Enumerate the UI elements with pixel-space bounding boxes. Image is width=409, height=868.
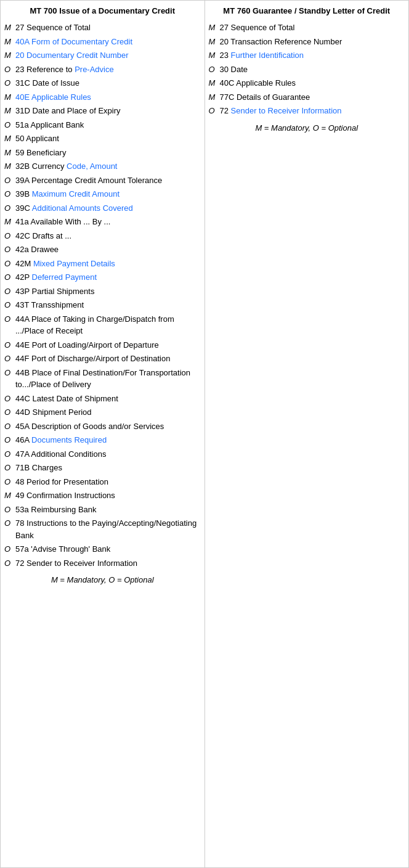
list-item: M41a Available With ... By ... [4,216,201,228]
row-flag: O [4,230,13,242]
row-flag: M [4,147,13,159]
row-content: 44C Latest Date of Shipment [15,393,201,405]
list-item: O47A Additional Conditions [4,448,201,461]
row-content: 32B Currency Code, Amount [15,160,201,173]
row-content: 42M Mixed Payment Details [15,258,201,270]
row-content: 31D Date and Place of Expiry [15,105,201,117]
row-flag: M [209,49,217,62]
list-item: M23 Further Identification [209,49,405,62]
row-content: 46A Documents Required [15,434,201,446]
list-item: O72 Sender to Receiver Information [4,557,201,570]
row-content: 30 Date [220,63,405,76]
row-content: 47A Additional Conditions [15,448,201,461]
row-content: 72 Sender to Receiver Information [15,557,201,570]
list-item: O72 Sender to Receiver Information [209,105,405,117]
row-content: 42P Deferred Payment [15,271,201,284]
list-item: M20 Documentary Credit Number [4,49,201,62]
row-content: 40A Form of Documentary Credit [15,36,201,48]
row-flag: O [4,504,13,516]
row-content: 39A Percentage Credit Amount Tolerance [15,174,201,187]
right-note: M = Mandatory, O = Optional [209,123,405,133]
row-content: 51a Applicant Bank [15,119,201,131]
list-item: O39B Maximum Credit Amount [4,188,201,200]
row-content: 59 Beneficiary [15,147,201,159]
list-item: M59 Beneficiary [4,147,201,159]
row-flag: M [4,216,13,228]
row-flag: O [4,299,13,311]
left-header: MT 700 Issue of a Documentary Credit [4,6,201,17]
list-item: M50 Applicant [4,133,201,145]
row-flag: O [4,258,13,270]
row-content: 45A Description of Goods and/or Services [15,420,201,433]
row-content: 31C Date of Issue [15,77,201,89]
row-flag: O [4,462,13,474]
row-flag: O [4,313,13,326]
row-content: 78 Instructions to the Paying/Accepting/… [15,517,201,541]
row-content: 42C Drafts at ... [15,230,201,242]
row-content: 20 Documentary Credit Number [15,49,201,62]
row-flag: O [4,420,13,433]
row-content: 20 Transaction Reference Number [220,36,405,48]
row-content: 40C Applicable Rules [220,77,405,89]
list-item: O42M Mixed Payment Details [4,258,201,270]
list-item: M40A Form of Documentary Credit [4,36,201,48]
row-flag: O [4,393,13,405]
list-item: M20 Transaction Reference Number [209,36,405,48]
list-item: O45A Description of Goods and/or Service… [4,420,201,433]
list-item: O43P Partial Shipments [4,285,201,298]
row-content: 43P Partial Shipments [15,285,201,298]
row-flag: O [4,434,13,446]
left-column: MT 700 Issue of a Documentary Credit M27… [1,1,205,867]
list-item: O44E Port of Loading/Airport of Departur… [4,339,201,351]
row-content: 50 Applicant [15,133,201,145]
row-flag: O [4,174,13,187]
list-item: O71B Charges [4,462,201,474]
row-content: 44A Place of Taking in Charge/Dispatch f… [15,313,201,337]
row-content: 44F Port of Discharge/Airport of Destina… [15,353,201,365]
list-item: O48 Period for Presentation [4,476,201,488]
list-item: M40E Applicable Rules [4,91,201,104]
list-item: M31D Date and Place of Expiry [4,105,201,117]
list-item: O44B Place of Final Destination/For Tran… [4,367,201,391]
row-content: 27 Sequence of Total [220,22,405,34]
right-note-text: M = Mandatory, O = Optional [255,123,358,133]
row-flag: M [209,91,217,104]
row-content: 77C Details of Guarantee [220,91,405,104]
row-flag: O [4,202,13,215]
row-content: 57a 'Advise Through' Bank [15,543,201,555]
row-flag: O [4,543,13,555]
row-content: 41a Available With ... By ... [15,216,201,228]
row-flag: M [209,36,217,48]
row-flag: O [4,557,13,570]
row-flag: O [4,353,13,365]
row-flag: M [4,489,13,502]
row-content: 44B Place of Final Destination/For Trans… [15,367,201,391]
row-content: 43T Transshipment [15,299,201,311]
row-flag: M [4,36,13,48]
list-item: O44F Port of Discharge/Airport of Destin… [4,353,201,365]
row-flag: M [4,22,13,34]
row-flag: O [4,339,13,351]
list-item: O31C Date of Issue [4,77,201,89]
list-item: M27 Sequence of Total [209,22,405,34]
list-item: M27 Sequence of Total [4,22,201,34]
list-item: O42a Drawee [4,244,201,256]
list-item: O44D Shipment Period [4,406,201,419]
list-item: O39C Additional Amounts Covered [4,202,201,215]
left-rows-container: M27 Sequence of TotalM40A Form of Docume… [4,22,201,569]
row-flag: O [4,119,13,131]
row-content: 39B Maximum Credit Amount [15,188,201,200]
row-flag: M [4,49,13,62]
row-content: 27 Sequence of Total [15,22,201,34]
row-content: 48 Period for Presentation [15,476,201,488]
list-item: O30 Date [209,63,405,76]
list-item: M77C Details of Guarantee [209,91,405,104]
row-flag: M [4,160,13,173]
row-content: 23 Further Identification [220,49,405,62]
left-note-text: M = Mandatory, O = Optional [51,575,154,584]
list-item: O44C Latest Date of Shipment [4,393,201,405]
row-flag: M [209,77,217,89]
row-content: 53a Reimbursing Bank [15,504,201,516]
row-flag: O [209,63,217,76]
row-content: 42a Drawee [15,244,201,256]
